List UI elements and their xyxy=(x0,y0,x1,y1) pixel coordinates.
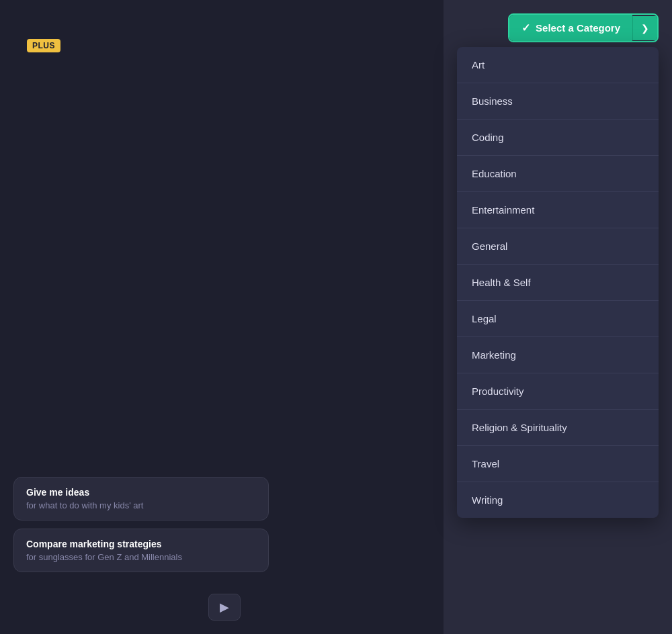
select-category-button[interactable]: ✓ Select a Category ❯ xyxy=(508,13,659,42)
dropdown-item-education[interactable]: Education xyxy=(457,156,659,192)
left-panel: PLUS Give me ideas for what to do with m… xyxy=(0,0,444,634)
category-dropdown: ArtBusinessCodingEducationEntertainmentG… xyxy=(457,47,659,518)
send-icon: ▶ xyxy=(220,600,229,615)
plus-badge: PLUS xyxy=(27,39,60,52)
card-1-subtitle: for what to do with my kids' art xyxy=(26,500,256,510)
dropdown-item-entertainment[interactable]: Entertainment xyxy=(457,192,659,228)
dropdown-item-coding[interactable]: Coding xyxy=(457,120,659,156)
card-1[interactable]: Give me ideas for what to do with my kid… xyxy=(13,477,269,520)
cards-container: Give me ideas for what to do with my kid… xyxy=(13,477,269,580)
check-icon: ✓ xyxy=(521,21,530,34)
dropdown-item-marketing[interactable]: Marketing xyxy=(457,337,659,373)
dropdown-item-travel[interactable]: Travel xyxy=(457,446,659,482)
select-category-arrow[interactable]: ❯ xyxy=(632,16,657,40)
chevron-down-icon: ❯ xyxy=(641,23,649,34)
select-category-main[interactable]: ✓ Select a Category xyxy=(509,15,632,41)
card-2-subtitle: for sunglasses for Gen Z and Millennials xyxy=(26,552,256,562)
right-panel: ✓ Select a Category ❯ ArtBusinessCodingE… xyxy=(444,0,672,634)
send-button[interactable]: ▶ xyxy=(208,594,241,621)
card-2-title: Compare marketing strategies xyxy=(26,539,256,549)
dropdown-item-productivity[interactable]: Productivity xyxy=(457,373,659,410)
dropdown-item-legal[interactable]: Legal xyxy=(457,301,659,337)
dropdown-item-business[interactable]: Business xyxy=(457,83,659,120)
card-1-title: Give me ideas xyxy=(26,487,256,498)
dropdown-item-general[interactable]: General xyxy=(457,228,659,265)
dropdown-item-art[interactable]: Art xyxy=(457,47,659,83)
dropdown-item-health-self[interactable]: Health & Self xyxy=(457,265,659,301)
card-2[interactable]: Compare marketing strategies for sunglas… xyxy=(13,529,269,572)
dropdown-item-religion-spirituality[interactable]: Religion & Spirituality xyxy=(457,410,659,446)
select-category-label: Select a Category xyxy=(536,22,620,34)
dropdown-item-writing[interactable]: Writing xyxy=(457,482,659,518)
